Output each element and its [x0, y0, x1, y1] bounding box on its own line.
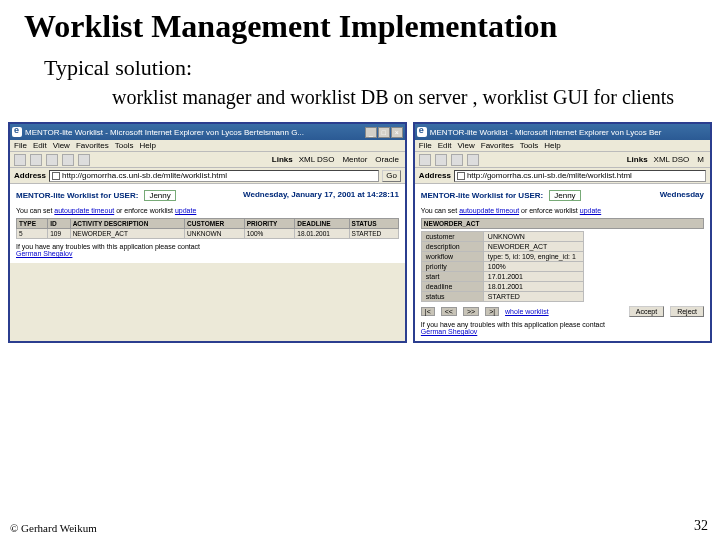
- titlebar: MENTOR-lite Worklist - Microsoft Interne…: [415, 124, 710, 140]
- menu-file[interactable]: File: [419, 141, 432, 150]
- table-row: customerUNKNOWN: [421, 232, 583, 242]
- col-priority: PRIORITY: [244, 219, 295, 229]
- toolbar: Links XML DSO M: [415, 152, 710, 168]
- menubar: File Edit View Favorites Tools Help: [10, 140, 405, 152]
- nav-last-button[interactable]: >|: [485, 307, 499, 316]
- menu-tools[interactable]: Tools: [520, 141, 539, 150]
- close-button[interactable]: ×: [391, 127, 403, 138]
- whole-worklist-link[interactable]: whole worklist: [505, 308, 549, 315]
- menu-view[interactable]: View: [53, 141, 70, 150]
- refresh-icon[interactable]: [467, 154, 479, 166]
- browser-window-left: MENTOR-lite Worklist - Microsoft Interne…: [8, 122, 407, 343]
- link-m[interactable]: M: [695, 155, 706, 164]
- address-url: http://gomorrha.cs.uni-sb.de/mlite/workl…: [62, 171, 227, 180]
- col-customer: CUSTOMER: [185, 219, 245, 229]
- page-title: MENTOR-lite Worklist for USER:: [421, 191, 543, 200]
- forward-icon[interactable]: [30, 154, 42, 166]
- menu-edit[interactable]: Edit: [33, 141, 47, 150]
- menubar: File Edit View Favorites Tools Help: [415, 140, 710, 152]
- ie-icon: [12, 127, 22, 137]
- stop-icon[interactable]: [451, 154, 463, 166]
- address-bar: Address http://gomorrha.cs.uni-sb.de/mli…: [10, 168, 405, 184]
- autoupdate-link[interactable]: autoupdate timeout: [54, 207, 114, 214]
- address-url: http://gomorrha.cs.uni-sb.de/mlite/workl…: [467, 171, 632, 180]
- menu-view[interactable]: View: [458, 141, 475, 150]
- link-xmldso[interactable]: XML DSO: [652, 155, 692, 164]
- back-icon[interactable]: [14, 154, 26, 166]
- contact-link[interactable]: German Shegalov: [16, 250, 72, 257]
- table-row: priority100%: [421, 262, 583, 272]
- nav-prev-button[interactable]: <<: [441, 307, 457, 316]
- trouble-note: If you have any troubles with this appli…: [421, 321, 704, 335]
- table-row: statusSTARTED: [421, 292, 583, 302]
- window-title: MENTOR-lite Worklist - Microsoft Interne…: [25, 128, 362, 137]
- table-row: start17.01.2001: [421, 272, 583, 282]
- update-blurb: You can set autoupdate timeout or enforc…: [16, 207, 399, 214]
- update-link[interactable]: update: [175, 207, 196, 214]
- address-field[interactable]: http://gomorrha.cs.uni-sb.de/mlite/workl…: [454, 170, 706, 182]
- col-id: ID: [48, 219, 70, 229]
- refresh-icon[interactable]: [62, 154, 74, 166]
- forward-icon[interactable]: [435, 154, 447, 166]
- trouble-note: If you have any troubles with this appli…: [16, 243, 399, 257]
- menu-tools[interactable]: Tools: [115, 141, 134, 150]
- slide-subtitle: Typical solution:: [0, 49, 720, 85]
- table-row: descriptionNEWORDER_ACT: [421, 242, 583, 252]
- maximize-button[interactable]: □: [378, 127, 390, 138]
- table-row[interactable]: 5 109 NEWORDER_ACT UNKNOWN 100% 18.01.20…: [17, 229, 399, 239]
- activity-header-table: NEWORDER_ACT: [421, 218, 704, 229]
- menu-help[interactable]: Help: [544, 141, 560, 150]
- page-date: Wednesday: [660, 191, 704, 200]
- col-status: STATUS: [349, 219, 398, 229]
- contact-link[interactable]: German Shegalov: [421, 328, 477, 335]
- table-header-row: TYPE ID ACTIVITY DESCRIPTION CUSTOMER PR…: [17, 219, 399, 229]
- menu-file[interactable]: File: [14, 141, 27, 150]
- back-icon[interactable]: [419, 154, 431, 166]
- page-content: MENTOR-lite Worklist for USER: Jenny Wed…: [415, 184, 710, 341]
- col-activity: ACTIVITY DESCRIPTION: [70, 219, 184, 229]
- go-button[interactable]: Go: [382, 170, 401, 182]
- address-field[interactable]: http://gomorrha.cs.uni-sb.de/mlite/workl…: [49, 170, 379, 182]
- reject-button[interactable]: Reject: [670, 306, 704, 317]
- nav-first-button[interactable]: |<: [421, 307, 435, 316]
- autoupdate-link[interactable]: autoupdate timeout: [459, 207, 519, 214]
- links-label: Links: [272, 155, 293, 164]
- menu-favorites[interactable]: Favorites: [76, 141, 109, 150]
- address-label: Address: [14, 171, 46, 180]
- details-table: customerUNKNOWN descriptionNEWORDER_ACT …: [421, 231, 584, 302]
- window-title: MENTOR-lite Worklist - Microsoft Interne…: [430, 128, 708, 137]
- user-field[interactable]: Jenny: [549, 190, 580, 201]
- slide-body: worklist manager and worklist DB on serv…: [0, 85, 720, 122]
- menu-favorites[interactable]: Favorites: [481, 141, 514, 150]
- update-blurb: You can set autoupdate timeout or enforc…: [421, 207, 704, 214]
- table-row: deadline18.01.2001: [421, 282, 583, 292]
- minimize-button[interactable]: _: [365, 127, 377, 138]
- worklist-table: TYPE ID ACTIVITY DESCRIPTION CUSTOMER PR…: [16, 218, 399, 239]
- page-content: MENTOR-lite Worklist for USER: Jenny Wed…: [10, 184, 405, 263]
- col-deadline: DEADLINE: [295, 219, 349, 229]
- link-xmldso[interactable]: XML DSO: [297, 155, 337, 164]
- home-icon[interactable]: [78, 154, 90, 166]
- page-icon: [52, 172, 60, 180]
- stop-icon[interactable]: [46, 154, 58, 166]
- link-oracle[interactable]: Oracle: [373, 155, 401, 164]
- update-link[interactable]: update: [580, 207, 601, 214]
- page-title: MENTOR-lite Worklist for USER:: [16, 191, 138, 200]
- col-type: TYPE: [17, 219, 48, 229]
- links-label: Links: [627, 155, 648, 164]
- user-field[interactable]: Jenny: [144, 190, 175, 201]
- titlebar: MENTOR-lite Worklist - Microsoft Interne…: [10, 124, 405, 140]
- accept-button[interactable]: Accept: [629, 306, 664, 317]
- page-number: 32: [694, 518, 708, 534]
- page-icon: [457, 172, 465, 180]
- link-mentor[interactable]: Mentor: [340, 155, 369, 164]
- menu-help[interactable]: Help: [139, 141, 155, 150]
- menu-edit[interactable]: Edit: [438, 141, 452, 150]
- nav-next-button[interactable]: >>: [463, 307, 479, 316]
- slide-title: Worklist Management Implementation: [0, 0, 720, 49]
- address-label: Address: [419, 171, 451, 180]
- table-row: workflowtype: 5, id: 109, engine_id: 1: [421, 252, 583, 262]
- ie-icon: [417, 127, 427, 137]
- browser-window-right: MENTOR-lite Worklist - Microsoft Interne…: [413, 122, 712, 343]
- copyright: © Gerhard Weikum: [10, 522, 97, 534]
